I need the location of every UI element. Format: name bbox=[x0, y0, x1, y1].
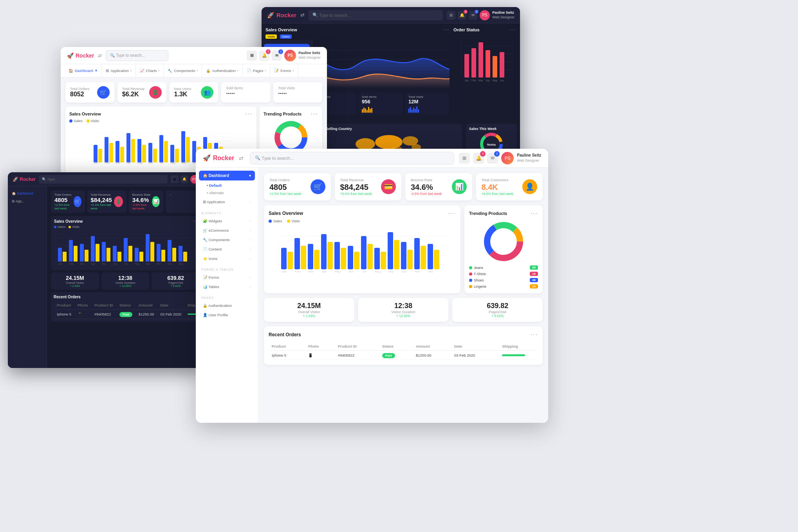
sidebar-item-auth[interactable]: 🔒 Authentication bbox=[199, 301, 255, 310]
win1-order-dots[interactable]: ··· bbox=[510, 27, 516, 32]
mail-icon-win4[interactable]: ✉ 2 bbox=[487, 153, 498, 164]
nav-item-auth[interactable]: 🔒 Authentication › bbox=[202, 64, 243, 77]
nav-item-dashboard[interactable]: 🏠 Dashboard ▼ bbox=[65, 64, 102, 77]
win2-icons: ⊞ 🔔 3 ✉ 2 PS Pauline Seitz Web Designer bbox=[247, 50, 321, 61]
sidebar-toggle-win2[interactable]: ⇄ bbox=[98, 53, 102, 58]
svg-rect-139 bbox=[367, 244, 373, 269]
svg-text:Mar: Mar bbox=[478, 79, 484, 82]
win3-sidebar: 🏠 Dashboard ⊞ App... bbox=[8, 186, 47, 368]
svg-rect-15 bbox=[500, 52, 504, 78]
sidebar-item-tables[interactable]: 📊 Tables › bbox=[199, 282, 255, 291]
win2-stat-cards: Total Orders 8052 🛒 Total Revenue $6.2K … bbox=[65, 82, 322, 103]
grid-icon-win3[interactable]: ⊞ bbox=[171, 175, 179, 183]
topbar-win1: 🚀 Rocker ⇄ 🔍 Type to search... ⊞ 🔔 3 ✉ 2… bbox=[262, 7, 520, 23]
win4-table: Product Photo Product ID Status Amount D… bbox=[269, 342, 538, 360]
svg-rect-42 bbox=[148, 143, 152, 162]
svg-rect-37 bbox=[94, 145, 97, 162]
sidebar-item-app-win3[interactable]: ⊞ App... bbox=[8, 197, 47, 205]
sidebar-item-application-win4[interactable]: ⊞ Application › bbox=[199, 197, 255, 207]
svg-rect-10 bbox=[464, 54, 469, 78]
bell-icon-win3[interactable]: 🔔 bbox=[181, 175, 188, 183]
svg-rect-100 bbox=[161, 250, 165, 261]
search-win2[interactable]: 🔍 Type to search... bbox=[106, 50, 168, 61]
svg-rect-86 bbox=[85, 250, 88, 261]
svg-rect-129 bbox=[388, 232, 393, 269]
svg-text:Dec: Dec bbox=[179, 263, 183, 265]
win4-trending-dots[interactable]: ··· bbox=[531, 210, 538, 217]
nav-item-pages[interactable]: 📄 Pages › bbox=[243, 64, 271, 77]
svg-rect-134 bbox=[301, 246, 306, 269]
svg-rect-128 bbox=[374, 248, 380, 269]
grid-icon-win1[interactable]: ⊞ bbox=[447, 11, 455, 20]
win3-metric-2: 12:38 Visitor Duration + 12.65% bbox=[101, 272, 150, 290]
sidebar-item-widgets[interactable]: 🧩 Widgets › bbox=[199, 216, 255, 225]
svg-rect-91 bbox=[113, 246, 117, 261]
mail-icon-win1[interactable]: ✉ 2 bbox=[469, 11, 477, 20]
user-info-win1: Pauline Seitz Web Designer bbox=[492, 11, 515, 20]
col-product-win4: Product bbox=[269, 342, 305, 351]
col-h-amount: Amount bbox=[135, 301, 157, 310]
sidebar-item-icons[interactable]: ⭐ Icons › bbox=[199, 254, 255, 263]
win2-sales-dots[interactable]: ··· bbox=[245, 110, 253, 117]
svg-text:Apr: Apr bbox=[91, 263, 95, 265]
svg-rect-41 bbox=[137, 139, 141, 162]
sidebar-item-ecommerce[interactable]: 🛒 eCommerce › bbox=[199, 226, 255, 235]
svg-rect-125 bbox=[334, 242, 340, 269]
stat-sold-items-win2: Sold Items ····· bbox=[221, 82, 270, 103]
svg-rect-133 bbox=[287, 252, 293, 269]
avatar-win2: PS bbox=[284, 50, 296, 61]
nav-item-components[interactable]: 🔧 Components › bbox=[164, 64, 202, 77]
search-win4[interactable]: 🔍 Type to search... bbox=[250, 152, 454, 164]
sidebar-toggle-win1[interactable]: ⇄ bbox=[300, 12, 305, 18]
search-win3[interactable]: 🔍 Type... bbox=[39, 175, 168, 184]
svg-text:Oct: Oct bbox=[157, 263, 161, 265]
svg-text:Aug: Aug bbox=[375, 270, 380, 273]
svg-rect-94 bbox=[128, 246, 132, 261]
svg-rect-11 bbox=[471, 48, 476, 78]
bell-icon-win2[interactable]: 🔔 3 bbox=[259, 50, 269, 61]
win4-orders-dots[interactable]: ··· bbox=[531, 331, 538, 338]
nav-item-charts[interactable]: 📈 Charts › bbox=[136, 64, 164, 77]
svg-rect-38 bbox=[105, 137, 108, 162]
sidebar-item-dashboard-win4[interactable]: 🏠 Dashboard ▾ bbox=[199, 171, 255, 180]
svg-rect-143 bbox=[421, 246, 426, 269]
grid-icon-win4[interactable]: ⊞ bbox=[459, 153, 470, 164]
win4-sales-dots[interactable]: ··· bbox=[448, 210, 456, 217]
sidebar-item-content[interactable]: 📄 Content › bbox=[199, 245, 255, 254]
svg-rect-102 bbox=[172, 248, 176, 261]
sidebar-sub-alternate-win4[interactable]: • Alternate bbox=[196, 189, 258, 196]
search-win1[interactable]: 🔍 Type to search... bbox=[309, 10, 443, 20]
svg-text:May: May bbox=[137, 161, 143, 164]
svg-text:Nov: Nov bbox=[415, 270, 420, 273]
nav-item-forms[interactable]: 📝 Forms › bbox=[270, 64, 298, 77]
win4-metrics-row: 24.15M Overall Visitor + 2.43% 12:38 Vis… bbox=[264, 298, 543, 322]
col-photo-win4: Photo bbox=[305, 342, 335, 351]
nav-item-application[interactable]: ⊞ Application › bbox=[102, 64, 135, 77]
sidebar-toggle-win4[interactable]: ⇄ bbox=[239, 155, 244, 161]
svg-rect-88 bbox=[96, 244, 99, 261]
svg-text:Feb: Feb bbox=[105, 161, 109, 164]
svg-rect-92 bbox=[117, 252, 121, 261]
win1-sales-dots[interactable]: ··· bbox=[444, 27, 450, 32]
bell-icon-win1[interactable]: 🔔 3 bbox=[458, 11, 466, 20]
svg-text:Jul: Jul bbox=[125, 263, 128, 265]
svg-text:Oct: Oct bbox=[402, 270, 407, 273]
win4-stat-revenue: Total Revenue $84,245 +5.4% from last we… bbox=[335, 173, 402, 200]
mail-icon-win2[interactable]: ✉ 2 bbox=[272, 50, 282, 61]
win4-metric-1: 24.15M Overall Visitor + 2.43% bbox=[264, 298, 354, 322]
bell-icon-win4[interactable]: 🔔 3 bbox=[473, 153, 484, 164]
sidebar-sub-default-win4[interactable]: • Default bbox=[196, 181, 258, 189]
win4-body: 🏠 Dashboard ▾ • Default • Alternate ⊞ Ap… bbox=[196, 168, 548, 423]
sidebar-item-user-profile[interactable]: 👤 User Profile bbox=[199, 310, 255, 319]
sidebar-item-components[interactable]: 🔧 Components › bbox=[199, 235, 255, 244]
sidebar-item-dashboard-win3[interactable]: 🏠 Dashboard bbox=[8, 189, 47, 197]
svg-text:Jul: Jul bbox=[160, 161, 164, 164]
svg-text:Jun: Jun bbox=[148, 161, 153, 164]
win3-bar-chart: Jan Feb Mar Apr May Jun Jul Aug Sep Oct … bbox=[54, 230, 197, 265]
svg-text:Jun: Jun bbox=[113, 263, 117, 265]
table-row-dark: Iphone 5 📱 #9405822 Paid $1250.00 03 Feb… bbox=[54, 310, 204, 319]
sidebar-item-forms[interactable]: 📝 Forms › bbox=[199, 273, 255, 282]
win2-trending-dots[interactable]: ··· bbox=[311, 110, 318, 117]
svg-text:Apr: Apr bbox=[486, 79, 491, 82]
grid-icon-win2[interactable]: ⊞ bbox=[247, 50, 257, 61]
